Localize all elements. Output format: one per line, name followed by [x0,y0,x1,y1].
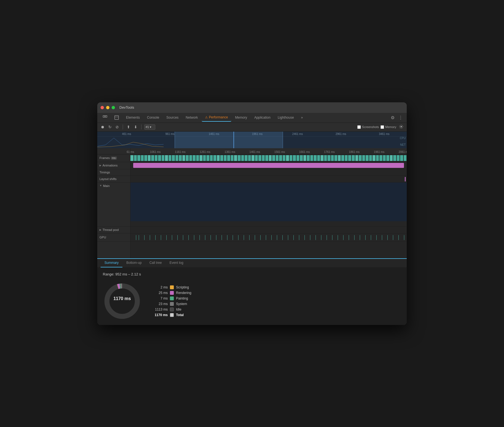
tab-performance[interactable]: ⚠ Performance [202,113,231,122]
tick-461: 461 ms [122,132,131,136]
timings-label-text: Timings [99,171,110,174]
main-thread-content[interactable]: const bars = []; const positions = [18,2… [130,183,407,221]
reload-record-button[interactable]: ↻ [107,124,113,130]
tab-summary[interactable]: Summary [101,259,122,267]
tab-bottom-up[interactable]: Bottom-up [122,259,145,267]
screenshots-checkbox-label[interactable]: Screenshots [357,125,379,129]
gpu-bar [238,235,238,240]
idle-swatch [170,308,174,311]
tab-console[interactable]: Console [144,113,162,122]
minimize-button[interactable] [106,106,109,109]
more-options-icon[interactable]: ⋮ [397,115,405,120]
frame-block [158,155,161,161]
frame-block [162,155,165,161]
tab-sources[interactable]: Sources [163,113,182,122]
frame-block [210,155,213,161]
frame-block [379,155,383,161]
main-expand-icon[interactable]: ▼ [99,184,102,187]
download-button[interactable]: ⬇ [133,124,138,130]
range-text: Range: 952 ms – 2.12 s [103,272,401,276]
rendering-swatch [170,291,174,295]
frame-block [200,155,203,161]
gpu-bar [227,235,227,240]
gpu-bar [266,235,266,240]
timings-content[interactable] [130,169,407,176]
gpu-bar [277,235,277,240]
session-selector[interactable]: #1 ▾ [144,124,155,130]
clear-button[interactable]: ⊘ [114,124,120,130]
gpu-bar [233,235,233,240]
tab-lighthouse-label: Lighthouse [278,116,294,119]
close-button[interactable] [101,106,104,109]
ruler-tick-1861: 1861 ms [349,150,359,153]
frame-block [327,155,331,161]
frame-block [276,155,279,161]
tab-event-log[interactable]: Event log [166,259,187,267]
frame-block [272,155,275,161]
screenshots-checkbox[interactable] [357,125,361,129]
frame-block [248,155,251,161]
memory-checkbox[interactable] [380,125,384,129]
animations-expand-icon[interactable]: ▶ [99,164,101,167]
gpu-bar [293,235,294,240]
record-button[interactable]: ⏺ [99,124,106,130]
tab-more[interactable]: » [298,113,306,122]
main-label: ▼ Main [97,183,130,226]
main-label-text: Main [103,184,110,188]
frame-block [307,155,310,161]
gpu-bar [172,235,172,240]
memory-checkbox-label[interactable]: Memory [380,125,396,129]
frame-block [231,155,234,161]
painting-swatch [170,296,174,300]
frame-block [245,155,248,161]
tab-elements[interactable]: Elements [123,113,143,122]
gpu-bar [376,235,377,240]
frame-block [321,155,324,161]
tab-lighthouse[interactable]: Lighthouse [274,113,297,122]
tick-3461: 3461 ms [379,132,389,136]
tab-application[interactable]: Application [251,113,274,122]
scripting-label: Scripting [176,285,189,289]
settings-icon[interactable]: ⚙ [389,115,396,120]
frames-label: Frames ms [97,154,130,162]
summary-body: 1170 ms 2 ms Scripting 25 ms Rendering [103,282,401,321]
thread-pool-content[interactable] [130,227,407,233]
scripting-value: 2 ms [153,285,168,289]
record-settings-icon[interactable] [398,124,405,130]
svg-rect-2 [115,116,119,119]
upload-button[interactable]: ⬆ [126,124,131,130]
tab-call-tree[interactable]: Call tree [146,259,166,267]
animations-content[interactable] [130,162,407,169]
layout-shifts-content[interactable] [130,176,407,182]
ruler-tick-1061: 1061 ms [150,150,161,153]
legend-idle: 1113 ms Idle [153,308,191,311]
frame-block [283,155,286,161]
tab-bottom-up-label: Bottom-up [126,261,141,265]
thread-pool-expand-icon[interactable]: ▶ [99,228,101,231]
svg-rect-0 [103,116,105,117]
summary-panel: Summary Bottom-up Call tree Event log Ra… [97,258,407,325]
system-swatch [170,302,174,306]
maximize-button[interactable] [112,106,115,109]
frame-block [196,155,200,161]
gpu-bar [387,235,388,240]
gpu-bar [139,235,139,240]
timings-track-row: Timings [97,169,407,176]
tab-cursor[interactable] [99,113,111,122]
frames-content[interactable]: // Generate frame blocks inline document… [130,154,407,162]
gpu-bar [316,235,316,240]
frame-block [404,155,407,161]
tick-2461: 2461 ms [292,132,303,136]
svg-rect-5 [130,183,407,221]
timeline-overview[interactable]: 461 ms 961 ms 1461 ms 1961 ms 2461 ms 29… [97,132,407,148]
gpu-bar [360,235,360,240]
frame-block [290,155,293,161]
frame-block [255,155,258,161]
title-bar: DevTools [97,102,407,113]
gpu-content[interactable]: const gpuPositions = [2,3,5,7,9,11,13,15… [130,233,407,242]
tab-memory[interactable]: Memory [232,113,250,122]
tab-network[interactable]: Network [182,113,201,122]
timeline-selection[interactable] [175,132,283,148]
tab-inspect[interactable] [111,113,122,122]
thread-pool-track-row: ▶ Thread pool [97,227,407,233]
